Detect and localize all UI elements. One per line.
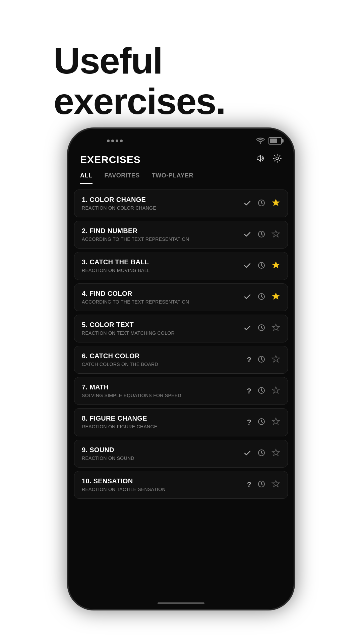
- exercise-actions-10: ?: [247, 480, 280, 490]
- signal-dots: [107, 140, 123, 142]
- exercise-item-8[interactable]: 8. FIGURE CHANGE REACTION ON FIGURE CHAN…: [74, 408, 288, 436]
- hero-line2: exercises.: [54, 80, 225, 122]
- tab-two-player[interactable]: TWO-PLAYER: [152, 172, 193, 184]
- exercise-item-10[interactable]: 10. SENSATION REACTION ON TACTILE SENSAT…: [74, 471, 288, 499]
- star-empty-icon-6[interactable]: [272, 355, 280, 365]
- tab-bar: ALL FAVORITES TWO-PLAYER: [68, 169, 294, 184]
- exercise-item-2[interactable]: 2. FIND NUMBER ACCORDING TO THE TEXT REP…: [74, 221, 288, 249]
- exercise-actions-8: ?: [247, 417, 280, 427]
- clock-icon-2[interactable]: [257, 230, 265, 239]
- wifi-icon: [256, 137, 265, 145]
- tab-favorites[interactable]: FAVORITES: [105, 172, 140, 184]
- status-icon-1: [243, 199, 251, 208]
- battery-icon: [268, 137, 282, 145]
- status-icon-6: ?: [247, 356, 251, 364]
- exercise-text-7: 7. MATH SOLVING SIMPLE EQUATIONS FOR SPE…: [82, 383, 242, 398]
- clock-icon-8[interactable]: [257, 418, 265, 427]
- exercise-item-7[interactable]: 7. MATH SOLVING SIMPLE EQUATIONS FOR SPE…: [74, 377, 288, 405]
- star-empty-icon-7[interactable]: [272, 386, 280, 396]
- exercise-actions-1: [243, 199, 280, 209]
- exercise-text-5: 5. COLOR TEXT REACTION ON TEXT MATCHING …: [82, 321, 238, 336]
- app-header: EXERCISES: [68, 147, 294, 169]
- status-icon-8: ?: [247, 419, 251, 426]
- star-filled-icon-4[interactable]: [272, 292, 280, 302]
- status-icon-2: [243, 230, 251, 239]
- exercise-text-2: 2. FIND NUMBER ACCORDING TO THE TEXT REP…: [82, 227, 238, 242]
- exercise-desc-5: REACTION ON TEXT MATCHING COLOR: [82, 330, 238, 336]
- status-icon-3: [243, 261, 251, 271]
- status-icon-7: ?: [247, 387, 251, 395]
- app-title: EXERCISES: [80, 154, 256, 165]
- clock-icon-6[interactable]: [257, 355, 265, 365]
- exercise-item-4[interactable]: 4. FIND COLOR ACCORDING TO THE TEXT REPR…: [74, 283, 288, 311]
- exercise-name-4: 4. FIND COLOR: [82, 290, 238, 298]
- status-icon-10: ?: [247, 481, 251, 488]
- clock-icon-1[interactable]: [257, 199, 265, 208]
- header-icons: [256, 154, 282, 165]
- exercise-name-5: 5. COLOR TEXT: [82, 321, 238, 329]
- exercise-actions-6: ?: [247, 355, 280, 365]
- exercise-actions-7: ?: [247, 386, 280, 396]
- clock-icon-10[interactable]: [257, 480, 265, 489]
- star-empty-icon-9[interactable]: [272, 448, 280, 459]
- star-empty-icon-2[interactable]: [272, 230, 280, 240]
- exercise-actions-4: [243, 292, 280, 302]
- exercise-name-10: 10. SENSATION: [82, 477, 242, 485]
- star-filled-icon-1[interactable]: [272, 199, 280, 209]
- exercise-name-9: 9. SOUND: [82, 446, 238, 454]
- exercise-item-9[interactable]: 9. SOUND REACTION ON SOUND: [74, 440, 288, 468]
- exercise-desc-6: CATCH COLORS ON THE BOARD: [82, 361, 242, 367]
- status-icon-4: [243, 292, 251, 302]
- battery-fill: [270, 139, 277, 143]
- svg-point-1: [276, 157, 279, 160]
- exercise-desc-1: REACTION ON COLOR CHANGE: [82, 205, 238, 211]
- exercise-text-10: 10. SENSATION REACTION ON TACTILE SENSAT…: [82, 477, 242, 492]
- exercise-text-6: 6. CATCH COLOR CATCH COLORS ON THE BOARD: [82, 352, 242, 367]
- exercise-actions-9: [243, 448, 280, 459]
- exercise-text-8: 8. FIGURE CHANGE REACTION ON FIGURE CHAN…: [82, 415, 242, 430]
- svg-point-0: [260, 142, 261, 144]
- exercise-item-3[interactable]: 3. CATCH THE BALL REACTION ON MOVING BAL…: [74, 252, 288, 280]
- exercise-item-6[interactable]: 6. CATCH COLOR CATCH COLORS ON THE BOARD…: [74, 346, 288, 374]
- star-filled-icon-3[interactable]: [272, 261, 280, 271]
- status-bar: [68, 128, 294, 147]
- signal-dot-1: [107, 140, 110, 142]
- exercise-name-2: 2. FIND NUMBER: [82, 227, 238, 235]
- tab-all[interactable]: ALL: [80, 172, 93, 184]
- home-indicator: [158, 602, 204, 604]
- clock-icon-3[interactable]: [257, 261, 265, 271]
- status-icon-5: [243, 324, 251, 333]
- exercise-item-5[interactable]: 5. COLOR TEXT REACTION ON TEXT MATCHING …: [74, 315, 288, 342]
- phone-frame: EXERCISES ALL: [67, 127, 295, 610]
- sound-icon[interactable]: [256, 154, 265, 165]
- status-icon-9: [243, 449, 251, 458]
- phone-mockup: EXERCISES ALL: [60, 127, 302, 624]
- exercise-desc-3: REACTION ON MOVING BALL: [82, 267, 238, 273]
- settings-icon[interactable]: [273, 154, 282, 165]
- hero-title: Useful exercises.: [54, 40, 225, 121]
- exercise-item-1[interactable]: 1. COLOR CHANGE REACTION ON COLOR CHANGE: [74, 190, 288, 217]
- exercise-text-3: 3. CATCH THE BALL REACTION ON MOVING BAL…: [82, 258, 238, 273]
- exercise-actions-5: [243, 323, 280, 333]
- star-empty-icon-5[interactable]: [272, 323, 280, 333]
- exercise-name-8: 8. FIGURE CHANGE: [82, 415, 242, 422]
- exercise-text-1: 1. COLOR CHANGE REACTION ON COLOR CHANGE: [82, 196, 238, 211]
- exercise-text-9: 9. SOUND REACTION ON SOUND: [82, 446, 238, 461]
- hero-line1: Useful: [54, 40, 162, 81]
- exercise-desc-9: REACTION ON SOUND: [82, 455, 238, 461]
- exercise-desc-2: ACCORDING TO THE TEXT REPRESENTATION: [82, 236, 238, 242]
- clock-icon-9[interactable]: [257, 449, 265, 458]
- exercise-name-1: 1. COLOR CHANGE: [82, 196, 238, 204]
- clock-icon-5[interactable]: [257, 324, 265, 333]
- exercise-desc-4: ACCORDING TO THE TEXT REPRESENTATION: [82, 299, 238, 305]
- exercise-desc-8: REACTION ON FIGURE CHANGE: [82, 424, 242, 430]
- star-empty-icon-8[interactable]: [272, 417, 280, 427]
- exercise-name-6: 6. CATCH COLOR: [82, 352, 242, 360]
- clock-icon-7[interactable]: [257, 386, 265, 396]
- exercise-desc-10: REACTION ON TACTILE SENSATION: [82, 486, 242, 492]
- star-empty-icon-10[interactable]: [272, 480, 280, 490]
- signal-dot-3: [116, 140, 118, 142]
- clock-icon-4[interactable]: [257, 292, 265, 302]
- exercise-actions-3: [243, 261, 280, 271]
- exercise-text-4: 4. FIND COLOR ACCORDING TO THE TEXT REPR…: [82, 290, 238, 305]
